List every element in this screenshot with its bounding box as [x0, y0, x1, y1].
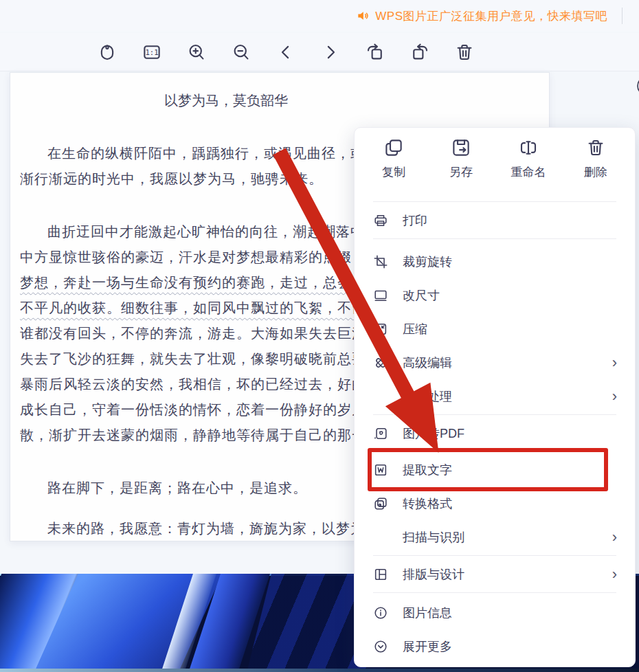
zoom-in-button[interactable] [184, 40, 209, 65]
next-image-button[interactable] [318, 40, 343, 65]
zoom-out-button[interactable] [229, 40, 254, 65]
menu-item-convert-format[interactable]: 转换格式 [355, 486, 635, 520]
menu-item-layout-design[interactable]: 排版与设计 › [355, 557, 635, 591]
clipped-toolbar-button[interactable] [627, 74, 639, 98]
trash-icon [454, 42, 475, 63]
resize-icon [372, 287, 389, 304]
notification-text: WPS图片正广泛征集用户意见，快来填写吧 [375, 8, 607, 24]
actual-size-button[interactable]: 1:1 [139, 40, 164, 65]
chevron-right-icon [320, 42, 341, 63]
document-title: 以梦为马，莫负韶华 [20, 88, 432, 113]
quick-action-label: 删除 [584, 164, 607, 180]
expand-more-icon [372, 638, 389, 655]
submenu-chevron-icon: › [612, 355, 617, 370]
wps-image-viewer-window: WPS图片正广泛征集用户意见，快来填写吧 1:1 [0, 0, 639, 672]
quick-actions-row: 复制 另存 重命名 [355, 137, 635, 200]
trash-icon [585, 137, 606, 158]
copy-icon [383, 137, 404, 158]
zoom-out-icon [231, 42, 251, 63]
context-menu: 复制 另存 重命名 [354, 127, 636, 667]
menu-item-crop-rotate[interactable]: 裁剪旋转 [355, 245, 635, 278]
quick-action-label: 复制 [382, 164, 405, 180]
notification-banner[interactable]: WPS图片正广泛征集用户意见，快来填写吧 [356, 8, 607, 24]
menu-item-label: 压缩 [403, 321, 427, 337]
actual-size-1to1-icon: 1:1 [142, 42, 162, 63]
printer-icon [372, 212, 389, 229]
menu-item-compress[interactable]: 压缩 [355, 312, 635, 346]
rotate-right-button[interactable] [407, 40, 432, 65]
menu-item-label: 打印 [403, 212, 427, 229]
menu-divider [373, 592, 616, 593]
rotate-right-icon [410, 42, 430, 63]
rename-icon [518, 137, 539, 158]
chevron-left-icon [276, 42, 296, 63]
menu-divider [373, 238, 616, 239]
toolbar-separator [0, 71, 639, 71]
rename-button[interactable]: 重命名 [506, 137, 550, 200]
quick-action-label: 另存 [449, 164, 473, 180]
menu-item-label: 转换格式 [403, 495, 452, 512]
hand-tool-button[interactable] [95, 40, 120, 65]
layout-design-icon [372, 566, 389, 583]
menu-item-label: 裁剪旋转 [403, 254, 452, 270]
speaker-icon [356, 9, 370, 23]
svg-text:1:1: 1:1 [145, 48, 158, 57]
submenu-chevron-icon: › [612, 567, 617, 582]
menu-item-label: 改尺寸 [403, 287, 440, 304]
image-to-pdf-icon [372, 425, 389, 442]
menu-item-label: 展开更多 [403, 638, 452, 655]
delete-button[interactable]: 删除 [574, 137, 618, 200]
menu-item-print[interactable]: 打印 [355, 203, 635, 237]
quick-action-label: 重命名 [511, 164, 546, 180]
submenu-chevron-icon: › [612, 530, 617, 545]
menu-item-label: 扫描与识别 [403, 529, 464, 546]
info-icon [372, 605, 389, 621]
menu-item-resize[interactable]: 改尺寸 [355, 278, 635, 312]
menu-item-expand-more[interactable]: 展开更多 [355, 629, 635, 663]
highlight-box-extract-text [368, 448, 608, 491]
hand-tool-icon [97, 42, 117, 63]
menu-item-scan-recognize[interactable]: 扫描与识别 › [355, 520, 635, 554]
notification-bar: WPS图片正广泛征集用户意见，快来填写吧 [0, 0, 639, 32]
topbar-divider [622, 8, 623, 24]
menu-divider [373, 201, 616, 202]
save-as-button[interactable]: 另存 [439, 137, 483, 200]
zoom-in-icon [186, 42, 207, 63]
menu-item-label: 排版与设计 [403, 566, 464, 583]
image-toolbar: 1:1 [0, 33, 639, 71]
convert-format-icon [372, 495, 389, 512]
menu-item-image-info[interactable]: 图片信息 [355, 596, 635, 629]
copy-button[interactable]: 复制 [372, 137, 416, 200]
previous-image-button[interactable] [273, 40, 298, 65]
save-as-icon [451, 137, 471, 158]
submenu-chevron-icon: › [612, 389, 617, 404]
crop-rotate-icon [372, 254, 389, 270]
partial-circle-icon [627, 74, 639, 98]
menu-item-label: 图片信息 [403, 605, 452, 621]
menu-item-label: 高级编辑 [403, 355, 452, 371]
rotate-left-icon [365, 42, 385, 63]
delete-image-button[interactable] [452, 40, 477, 65]
menu-divider [373, 555, 616, 556]
rotate-left-button[interactable] [363, 40, 388, 65]
